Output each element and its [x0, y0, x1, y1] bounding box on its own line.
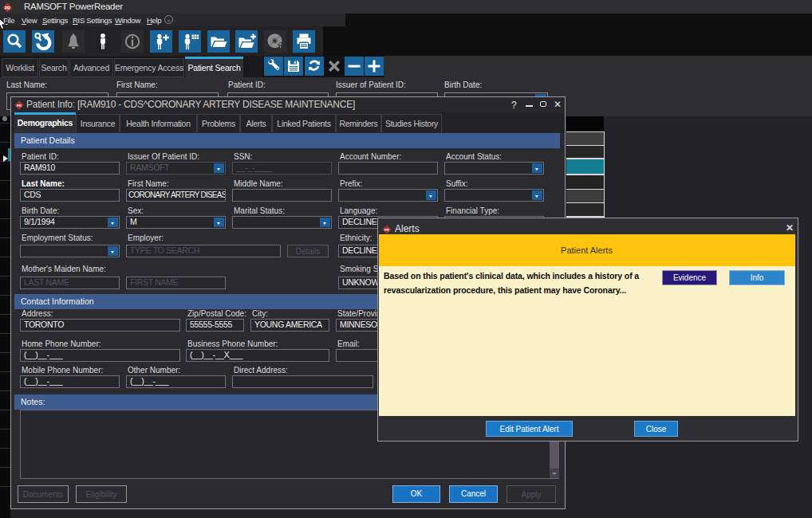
svg-text:PR: PR	[5, 6, 10, 10]
svg-text:PR: PR	[384, 228, 390, 232]
svg-text:PR: PR	[17, 104, 22, 108]
